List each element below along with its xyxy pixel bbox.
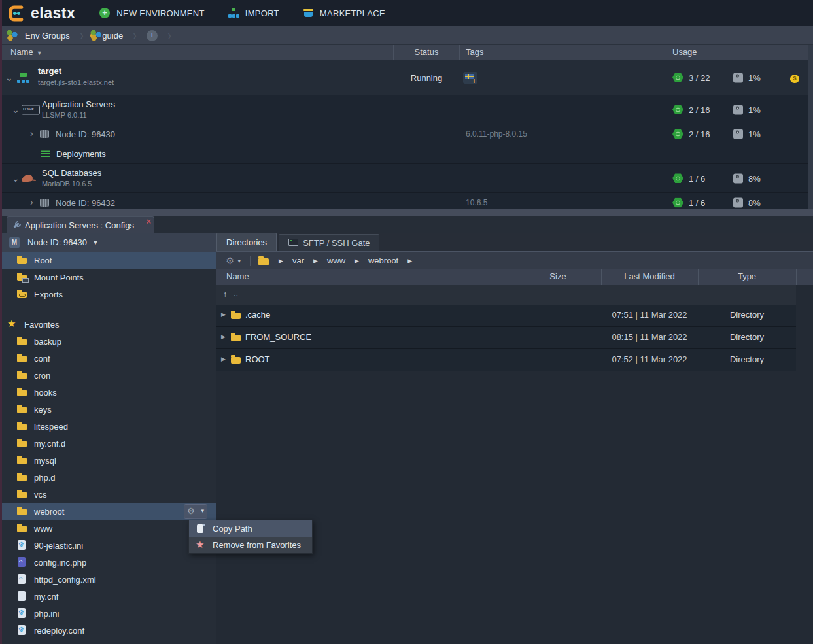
file-col-size[interactable]: Size bbox=[515, 271, 601, 281]
item-settings-button[interactable] bbox=[184, 504, 207, 519]
path-segment[interactable]: ▶ www bbox=[304, 256, 345, 265]
file-table-row[interactable]: ▶ FROM_SOURCE 08:15 | 11 Mar 2022 Direct… bbox=[216, 327, 796, 349]
settings-gear-button[interactable] bbox=[226, 255, 241, 267]
tree-item[interactable]: my.cnf.d bbox=[0, 435, 216, 452]
breadcrumb-item[interactable]: Env Groups › bbox=[0, 26, 84, 44]
cloudlets-count: 1 / 6 bbox=[689, 173, 705, 183]
env-col-tags[interactable]: Tags bbox=[466, 47, 483, 57]
tree-item-icon bbox=[17, 540, 28, 551]
path-root-folder-icon[interactable] bbox=[258, 256, 269, 265]
env-col-usage[interactable]: Usage bbox=[672, 47, 697, 57]
topbar-button[interactable]: IMPORT bbox=[228, 8, 279, 18]
env-col-name[interactable]: Name▼ bbox=[10, 47, 43, 57]
row-version-tag: 10.6.5 bbox=[466, 198, 487, 207]
tree-item[interactable]: Root bbox=[0, 252, 216, 269]
tree-item[interactable]: Mount Points bbox=[0, 269, 216, 286]
tree-item[interactable]: webroot bbox=[0, 503, 216, 520]
panel-tab-configs[interactable]: Application Servers : Configs × bbox=[7, 216, 154, 233]
tree-item[interactable]: config.inc.php bbox=[0, 554, 216, 571]
tree-item[interactable]: Favorites bbox=[0, 316, 216, 333]
file-col-modified[interactable]: Last Modified bbox=[601, 271, 698, 281]
tree-item[interactable] bbox=[0, 303, 216, 316]
add-group-button[interactable]: + bbox=[147, 30, 158, 41]
env-table-row[interactable]: Node ID: 96430 6.0.11-php-8.0.15 2 / 16 … bbox=[0, 124, 813, 144]
context-menu-item[interactable]: Remove from Favorites bbox=[189, 537, 312, 553]
tree-item[interactable]: php.d bbox=[0, 469, 216, 486]
cloudlets-count: 1 / 6 bbox=[689, 198, 705, 208]
expand-chevron-icon[interactable] bbox=[30, 197, 33, 207]
file-table: ▶ .cache 07:51 | 11 Mar 2022 Directory ▶… bbox=[216, 305, 796, 371]
file-col-type[interactable]: Type bbox=[698, 271, 796, 281]
file-table-row[interactable]: ▶ .cache 07:51 | 11 Mar 2022 Directory bbox=[216, 305, 796, 327]
expand-chevron-icon[interactable] bbox=[12, 105, 20, 115]
disk-percent: 8% bbox=[748, 173, 761, 183]
up-directory-row[interactable]: ↑ .. bbox=[216, 285, 796, 305]
env-table-row[interactable]: SQL Databases MariaDB 10.6.5 1 / 6 8% bbox=[0, 164, 813, 193]
node-selector[interactable]: M Node ID: 96430 ▼ bbox=[0, 233, 216, 252]
expand-arrow-icon[interactable]: ▶ bbox=[221, 356, 226, 362]
billing-money-bag-icon[interactable] bbox=[789, 72, 801, 84]
elastx-logo-icon[interactable] bbox=[8, 5, 26, 22]
up-directory-label: .. bbox=[234, 288, 238, 298]
env-col-status[interactable]: Status bbox=[394, 47, 459, 57]
path-segment[interactable]: ▶ var bbox=[269, 256, 304, 265]
breadcrumb-item-icon bbox=[7, 29, 20, 41]
row-title: Node ID: 96432 bbox=[56, 198, 115, 208]
file-name: .cache bbox=[245, 310, 270, 320]
tree-item[interactable]: mysql bbox=[0, 452, 216, 469]
toolbar-divider bbox=[250, 256, 251, 266]
tree-item[interactable]: Exports bbox=[0, 286, 216, 303]
env-table-scrollbar[interactable] bbox=[808, 44, 813, 209]
node-badge-icon: M bbox=[9, 237, 20, 248]
node-selector-label: Node ID: 96430 bbox=[27, 237, 87, 247]
env-table-row[interactable]: Deployments bbox=[0, 144, 813, 164]
file-table-row[interactable]: ▶ ROOT 07:52 | 11 Mar 2022 Directory bbox=[216, 349, 796, 371]
tree-item[interactable]: litespeed bbox=[0, 418, 216, 435]
tree-item-icon bbox=[17, 489, 28, 500]
env-table-row[interactable]: Node ID: 96432 10.6.5 1 / 6 8% bbox=[0, 193, 813, 209]
breadcrumb-item[interactable]: guide › bbox=[84, 26, 137, 44]
tree-item-label: vcs bbox=[34, 490, 47, 500]
tree-item[interactable]: redeploy.conf bbox=[0, 622, 216, 639]
browser-tab[interactable]: SFTP / SSH Gate bbox=[279, 234, 379, 251]
usage-cluster: 1 / 6 8% bbox=[672, 197, 784, 209]
env-table-row[interactable]: target target.jls-sto1.elastx.net Runnin… bbox=[0, 60, 813, 95]
context-menu-item[interactable]: Copy Path bbox=[189, 520, 312, 537]
topbar-button-label: MARKETPLACE bbox=[320, 8, 385, 18]
tree-item[interactable]: cron bbox=[0, 367, 216, 384]
env-table-hscrollbar[interactable] bbox=[0, 209, 813, 216]
topbar-button[interactable]: NEW ENVIRONMENT bbox=[99, 8, 205, 18]
tree-item[interactable]: httpd_config.xml bbox=[0, 571, 216, 588]
path-separator-icon: ▶ bbox=[313, 258, 318, 264]
expand-chevron-icon[interactable] bbox=[30, 128, 33, 139]
browser-tab[interactable]: Directories bbox=[216, 233, 277, 251]
tree-item[interactable]: 90-jelastic.ini bbox=[0, 537, 216, 554]
disk-percent: 8% bbox=[748, 198, 761, 208]
env-table-row[interactable]: Application Servers LLSMP 6.0.11 2 / 16 … bbox=[0, 95, 813, 124]
row-title: target bbox=[38, 66, 61, 76]
tree-item-icon bbox=[17, 370, 28, 381]
tree-item[interactable]: php.ini bbox=[0, 605, 216, 622]
tree-item[interactable]: keys bbox=[0, 401, 216, 418]
close-icon[interactable]: × bbox=[146, 217, 151, 226]
tree-item-label: Favorites bbox=[24, 320, 59, 330]
path-segment[interactable]: ▶ webroot bbox=[345, 256, 398, 265]
tree-item[interactable]: hooks bbox=[0, 384, 216, 401]
tree-item[interactable]: backup bbox=[0, 333, 216, 350]
topbar-button[interactable]: MARKETPLACE bbox=[303, 8, 385, 18]
expand-arrow-icon[interactable]: ▶ bbox=[221, 333, 226, 340]
expand-chevron-icon[interactable] bbox=[12, 173, 20, 184]
row-title: Application Servers bbox=[42, 99, 115, 109]
tree-item[interactable]: conf bbox=[0, 350, 216, 367]
usage-cluster: 2 / 16 1% bbox=[672, 129, 784, 140]
context-menu-item-icon bbox=[196, 524, 206, 534]
browser-tab-label: Directories bbox=[226, 237, 267, 247]
expand-arrow-icon[interactable]: ▶ bbox=[221, 311, 226, 318]
expand-chevron-icon[interactable] bbox=[5, 73, 13, 83]
cloudlets-icon bbox=[672, 198, 683, 208]
top-bar: elastx NEW ENVIRONMENT IMPORT MARKETPLAC… bbox=[0, 0, 813, 26]
tree-item[interactable]: vcs bbox=[0, 486, 216, 503]
tree-item[interactable]: my.cnf bbox=[0, 588, 216, 605]
tree-item[interactable]: www bbox=[0, 520, 216, 537]
file-col-name[interactable]: Name bbox=[226, 271, 249, 281]
